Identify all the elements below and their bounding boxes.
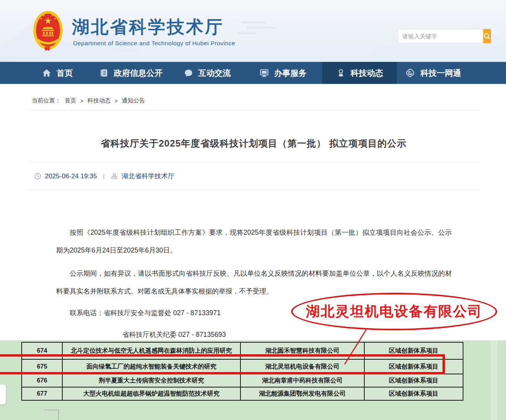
meta-separator: | (103, 173, 105, 179)
spreadsheet-column-edge (491, 340, 497, 420)
highlighted-company-name: 湖北灵坦机电设备有限公司 (306, 302, 482, 321)
cell-company-name: 湖北南章甫中药科技有限公司 (240, 374, 364, 387)
paragraph-1: 按照《2025年度省级科技计划组织工作方案》要求，现将2025年度省级科技计划项… (56, 224, 452, 259)
nav-label: 科技动态 (351, 68, 383, 79)
breadcrumb-item-tech-news[interactable]: 科技动态 (87, 97, 111, 104)
national-emblem-logo (33, 10, 63, 52)
breadcrumb-separator: > (115, 97, 118, 104)
cell-row-number: 676 (22, 374, 62, 387)
nav-label: 首页 (57, 68, 73, 79)
search-button[interactable] (483, 29, 491, 43)
article-source[interactable]: 湖北省科学技术厅 (122, 172, 174, 181)
article-meta: 2025-06-24 19:35 | 湖北省科学技术厅 (34, 172, 174, 181)
highlight-ellipse-annotation: 湖北灵坦机电设备有限公司 (291, 293, 497, 330)
side-floating-widget[interactable] (0, 384, 6, 405)
network-icon (405, 68, 415, 78)
nav-item-services[interactable]: 办事服务 (259, 62, 307, 84)
breadcrumb-item-notices[interactable]: 通知公告 (122, 97, 145, 104)
crop-corner-mark (44, 410, 59, 420)
highlight-rectangle (0, 354, 445, 374)
table-row: 677 大型火电机组超超临界锅炉超温智能防范技术研究 湖北能源集团鄂州发电有限公… (22, 387, 463, 400)
divider (27, 189, 480, 190)
organization-icon (111, 172, 118, 180)
cell-project-name: 荆半夏重大土传病害安全控制技术研究 (62, 374, 240, 387)
project-table-section: 674 北斗定位技术与低空无人机遥感网在森林消防上的应用研究 湖北圆禾智慧科技有… (0, 340, 506, 420)
person-icon (336, 68, 346, 78)
chat-icon (184, 68, 193, 78)
table-row: 676 荆半夏重大土传病害安全控制技术研究 湖北南章甫中药科技有限公司 区域创新… (22, 374, 463, 387)
cell-project-name: 大型火电机组超超临界锅炉超温智能防范技术研究 (62, 387, 240, 400)
cell-company-name: 湖北能源集团鄂州发电有限公司 (240, 387, 364, 400)
document-icon (99, 68, 109, 78)
cell-project-type: 区域创新体系项目 (364, 374, 463, 387)
breadcrumb-item-home[interactable]: 首页 (65, 97, 76, 104)
nav-label: 办事服务 (274, 68, 307, 79)
breadcrumb: 当前位置： 首页 > 科技动态 > 通知公告 (32, 97, 145, 104)
nav-label: 科技一网通 (420, 68, 461, 79)
nav-item-gov-info[interactable]: 政府信息公开 (99, 62, 163, 84)
monitor-icon (259, 68, 269, 78)
site-title: 湖北省科学技术厅 (72, 15, 224, 39)
search-box (398, 29, 489, 43)
main-nav: 首页 政府信息公开 互动交流 办事服务 (0, 62, 506, 84)
breadcrumb-separator: > (80, 97, 84, 104)
page: 湖北省科学技术厅 Department of Science and Techn… (0, 0, 506, 420)
nav-label: 政府信息公开 (114, 68, 163, 79)
nav-item-home[interactable]: 首页 (42, 62, 73, 84)
search-input[interactable] (398, 29, 483, 43)
search-icon (483, 32, 491, 40)
nav-item-tech-news[interactable]: 科技动态 (322, 62, 397, 84)
divider (27, 110, 480, 110)
annotation-pointer-line (341, 329, 372, 366)
cell-row-number: 677 (22, 387, 62, 400)
site-header: 湖北省科学技术厅 Department of Science and Techn… (0, 0, 506, 62)
clock-icon (34, 172, 41, 180)
publish-time: 2025-06-24 19:35 (45, 172, 97, 180)
nav-label: 互动交流 (198, 68, 231, 79)
home-icon (42, 68, 51, 78)
article-title: 省科技厅关于2025年度省级科技计划项目（第一批） 拟立项项目的公示 (27, 137, 480, 150)
cell-project-type: 区域创新体系项目 (364, 387, 463, 400)
nav-item-interaction[interactable]: 互动交流 (184, 62, 231, 84)
site-subtitle: Department of Science and Technology of … (73, 40, 235, 47)
divider (27, 162, 480, 162)
breadcrumb-label: 当前位置： (32, 97, 61, 104)
nav-item-one-network[interactable]: 科技一网通 (405, 62, 461, 84)
